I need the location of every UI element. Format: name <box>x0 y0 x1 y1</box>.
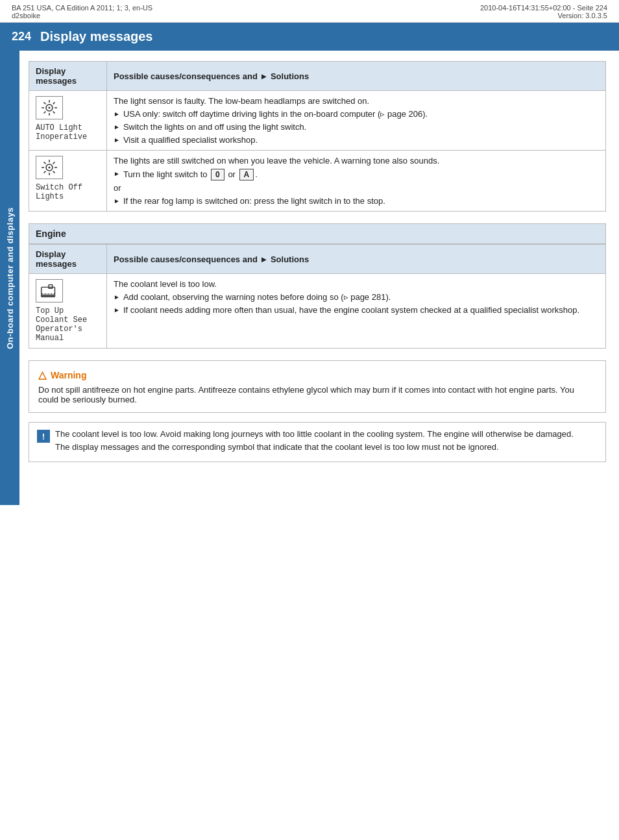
coolant-icon-box <box>36 279 63 303</box>
page-header: 224 Display messages <box>0 23 619 51</box>
col1-header: Display messages <box>29 62 107 91</box>
bullet-item: ► If the rear fog lamp is switched on: p… <box>114 196 599 206</box>
svg-line-16 <box>53 171 55 173</box>
sidebar-label: On-board computer and displays <box>0 51 19 505</box>
table-row: Switch Off Lights The lights are still s… <box>29 151 606 212</box>
bullet-item: ► Switch the lights on and off using the… <box>114 122 599 132</box>
coolant-icon <box>39 282 60 300</box>
meta-bar: BA 251 USA, CA Edition A 2011; 1; 3, en-… <box>0 0 619 23</box>
bullet-item: ► If coolant needs adding more often tha… <box>114 305 599 315</box>
col2-header: Possible causes/consequences and ► Solut… <box>107 62 606 91</box>
warning-triangle-icon: △ <box>38 369 46 381</box>
icon-cell-switch-off: Switch Off Lights <box>29 151 107 212</box>
page-title: Display messages <box>40 29 152 44</box>
switch-off-icon <box>40 158 58 177</box>
key-0: 0 <box>211 169 225 180</box>
bullet-item: ► Add coolant, observing the warning not… <box>114 292 599 302</box>
bullet-arrow: ► <box>114 293 120 301</box>
coolant-label: Top Up Coolant SeeOperator's Manual <box>36 306 100 343</box>
switch-off-content: The lights are still switched on when yo… <box>107 151 606 212</box>
svg-rect-21 <box>49 285 53 289</box>
engine-section-header: Engine <box>29 223 606 244</box>
auto-light-label: AUTO LightInoperative <box>36 123 100 142</box>
svg-line-5 <box>44 103 46 105</box>
auto-light-content: The light sensor is faulty. The low-beam… <box>107 91 606 151</box>
engine-col1-header: Display messages <box>29 245 107 274</box>
icon-cell-auto-light: AUTO LightInoperative <box>29 91 107 151</box>
lights-table: Display messages Possible causes/consequ… <box>29 61 606 212</box>
page-number: 224 <box>12 30 31 43</box>
bullet-item: ► Visit a qualified specialist workshop. <box>114 135 599 145</box>
or-text: or <box>114 183 599 193</box>
table-row: AUTO LightInoperative The light sensor i… <box>29 91 606 151</box>
svg-line-8 <box>44 112 46 114</box>
engine-col2-header: Possible causes/consequences and ► Solut… <box>107 245 606 274</box>
svg-line-17 <box>53 162 55 164</box>
warning-title: △ Warning <box>38 369 596 381</box>
bullet-arrow: ► <box>114 170 120 177</box>
table-row: Top Up Coolant SeeOperator's Manual The … <box>29 274 606 349</box>
svg-line-7 <box>53 103 55 105</box>
svg-line-18 <box>44 171 46 173</box>
engine-table: Display messages Possible causes/consequ… <box>29 244 606 349</box>
icon-cell-coolant: Top Up Coolant SeeOperator's Manual <box>29 274 107 349</box>
svg-line-6 <box>53 112 55 114</box>
bullet-arrow: ► <box>114 110 120 117</box>
warning-text: Do not spill antifreeze on hot engine pa… <box>38 385 596 404</box>
bullet-item: ► Turn the light switch to 0 or A. <box>114 169 599 180</box>
coolant-content: The coolant level is too low. ► Add cool… <box>107 274 606 349</box>
notice-box: ! The coolant level is too low. Avoid ma… <box>29 422 606 462</box>
meta-right: 2010-04-16T14:31:55+02:00 - Seite 224 Ve… <box>480 4 607 19</box>
svg-point-19 <box>49 167 51 169</box>
svg-line-15 <box>44 162 46 164</box>
bullet-arrow: ► <box>114 123 120 130</box>
bullet-arrow: ► <box>114 136 120 143</box>
bullet-arrow: ► <box>114 306 120 314</box>
switch-off-label: Switch Off Lights <box>36 183 100 201</box>
svg-rect-23 <box>42 295 55 297</box>
warning-box: △ Warning Do not spill antifreeze on hot… <box>29 360 606 413</box>
content-wrapper: On-board computer and displays Display m… <box>0 51 619 505</box>
svg-point-9 <box>49 107 51 109</box>
bullet-item: ► USA only: switch off daytime driving l… <box>114 109 599 119</box>
key-a: A <box>239 169 254 180</box>
meta-left: BA 251 USA, CA Edition A 2011; 1; 3, en-… <box>12 4 152 19</box>
auto-light-icon <box>40 99 58 117</box>
bullet-arrow: ► <box>114 197 120 204</box>
notice-text: The coolant level is too low. Avoid maki… <box>55 429 574 455</box>
notice-icon: ! <box>37 430 50 443</box>
main-content: Display messages Possible causes/consequ… <box>19 51 619 505</box>
auto-light-icon-box <box>36 96 63 119</box>
switch-off-icon-box <box>36 156 63 179</box>
